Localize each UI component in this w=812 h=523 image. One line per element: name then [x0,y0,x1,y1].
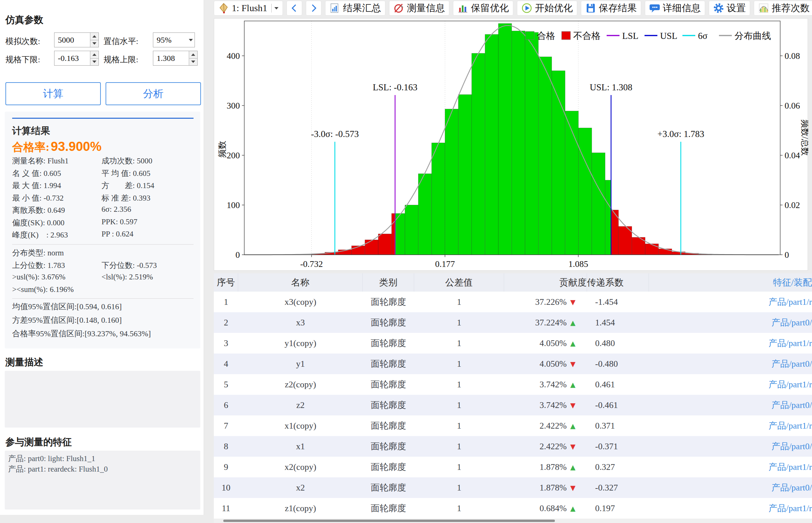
histogram-bar [592,153,605,255]
features-box: 产品: part0: light: Flush1_1产品: part1: rea… [5,451,200,509]
feature-link[interactable]: 产品/part1/r [649,374,812,395]
histogram-bar [432,143,445,255]
row-index: 1 [214,292,238,312]
stat-row: ><sum(%): 6.196% [12,285,195,298]
histogram-chart: LSL: -0.163USL: 1.308-3.0σ: -0.573+3.0σ:… [214,18,808,271]
stat-row: 离散系数: 0.6496σ: 2.356 [12,205,195,218]
table-row[interactable]: 5z2(copy)面轮廓度13.742%▲0.461产品/part1/r [214,374,812,395]
column-header[interactable]: 公差值 [414,273,504,292]
recommend-count-button[interactable]: 推荐次数 [754,1,812,16]
column-header[interactable]: 传递系数 [587,273,649,292]
y-axis-label: 频数 [218,141,227,158]
kite-icon [218,3,229,14]
histogram-bar [565,111,578,255]
prev-button[interactable] [287,1,302,16]
analyze-button[interactable]: 分析 [106,82,201,105]
svg-text:0.177: 0.177 [435,259,455,269]
column-header[interactable]: 类别 [363,273,414,292]
toolbar: 1: Flush1结果汇总测量信息保留优化开始优化保存结果详细信息设置推荐次数 [214,0,812,16]
table-row[interactable]: 1x3(copy)面轮廓度137.226%▼-1.454产品/part1/r [214,292,812,312]
stat-row: 偏度(SK): 0.000PPK: 0.597 [12,218,195,230]
table-row[interactable]: 8x1面轮廓度12.422%▼-0.371产品/part0/ [214,436,812,457]
histogram-bar [365,240,378,255]
confidence-select[interactable]: 95% [153,33,195,47]
tolerance-name: x2(copy) [238,457,363,477]
sim-count-input[interactable]: 5000 [54,33,99,47]
feature-link[interactable]: 产品/part0/ [649,395,812,415]
lsl-spinner[interactable] [90,51,98,65]
feature-link[interactable]: 产品/part1/r [649,292,812,312]
stat-row: >usl(%): 3.676%<lsl(%): 2.519% [12,273,195,285]
stat-row: 名 义 值: 0.605平 均 值: 0.605 [12,168,195,181]
keep-optimization-button[interactable]: 保留优化 [453,1,513,16]
description-title: 测量描述 [5,356,43,369]
contribution: 0.684%▲ [504,498,587,519]
measure-info-button[interactable]: 测量信息 [389,1,449,16]
next-button[interactable] [306,1,321,16]
start-optimization-button[interactable]: 开始优化 [517,1,577,16]
feature-link[interactable]: 产品/part0/ [649,312,812,333]
feature-item: 产品: part0: light: Flush1_1 [5,453,200,464]
category: 面轮廓度 [363,436,414,457]
toolbar-label: 推荐次数 [772,2,810,15]
legend-swatch [525,32,534,40]
table-row[interactable]: 4y1面轮廓度14.050%▼-0.480产品/part0/ [214,354,812,374]
arrow-down-icon: ▼ [571,443,576,451]
feature-link[interactable]: 产品/part0/ [649,354,812,374]
table-row[interactable]: 3y1(copy)面轮廓度14.050%▲0.480产品/part1/r [214,333,812,354]
contribution: 1.878%▲ [504,457,587,477]
lsl-input[interactable]: -0.163 [54,51,99,66]
legend-label: 分布曲线 [735,31,771,41]
horizontal-scrollbar[interactable] [214,519,812,523]
table-row[interactable]: 9x2(copy)面轮廓度11.878%▲0.327产品/part1/r [214,457,812,477]
feature-link[interactable]: 产品/part1/r [649,457,812,477]
histogram-bar [525,33,538,255]
transfer-coefficient: 0.461 [587,374,649,395]
save-results-button[interactable]: 保存结果 [581,1,641,16]
measurement-description-box[interactable] [5,371,200,428]
feature-link[interactable]: 产品/part1/r [649,415,812,436]
table-row[interactable]: 11z1(copy)面轮廓度10.684%▲0.197产品/part1/r [214,498,812,519]
usl-spinner[interactable] [189,51,197,65]
column-header[interactable]: 序号 [214,273,238,292]
measurement-selector[interactable]: 1: Flush1 [214,1,283,16]
transfer-coefficient: -1.454 [587,292,649,312]
legend-label: 6σ [698,31,708,41]
save-icon [585,3,596,14]
feature-link[interactable]: 产品/part1/r [649,333,812,354]
toolbar-label: 详细信息 [663,2,701,15]
table-row[interactable]: 10x2面轮廓度11.878%▼-0.327产品/part0/ [214,477,812,498]
tolerance-name: x1(copy) [238,415,363,436]
usl-input[interactable]: 1.308 [153,51,198,66]
limit-label: +3.0σ: 1.783 [657,129,704,139]
sim-count-spinner[interactable] [90,33,98,47]
category: 面轮廓度 [363,415,414,436]
category: 面轮廓度 [363,292,414,312]
result-summary-button[interactable]: 结果汇总 [325,1,385,16]
calculate-button[interactable]: 计算 [5,82,101,105]
table-row[interactable]: 2x3面轮廓度137.224%▲1.454产品/part0/ [214,312,812,333]
feature-link[interactable]: 产品/part0/ [649,477,812,498]
contribution-table: 序号名称类别公差值贡献度传递系数特征/装配1x3(copy)面轮廓度137.22… [214,273,812,519]
feature-link[interactable]: 产品/part1/r [649,498,812,519]
transfer-coefficient: -0.327 [587,477,649,498]
settings-button[interactable]: 设置 [709,1,750,16]
limit-label: -3.0σ: -0.573 [311,129,359,139]
table-row[interactable]: 7x1(copy)面轮廓度12.422%▲0.371产品/part1/r [214,415,812,436]
scrollbar-thumb[interactable] [223,520,555,522]
contribution: 2.422%▼ [504,436,587,457]
histogram-bar [405,205,418,255]
table-row[interactable]: 6z2面轮廓度13.742%▼-0.461产品/part0/ [214,395,812,415]
tolerance-name: x3(copy) [238,292,363,312]
column-header[interactable]: 名称 [238,273,363,292]
histogram-bar [392,214,395,255]
tolerance-name: x3 [238,312,363,333]
toolbar-label: 结果汇总 [343,2,381,15]
row-index: 9 [214,457,238,477]
play-icon [521,3,532,14]
column-header[interactable]: 特征/装配 [649,273,812,292]
feature-link[interactable]: 产品/part0/ [649,436,812,457]
tolerance-name: y1(copy) [238,333,363,354]
column-header[interactable]: 贡献度 [504,273,587,292]
details-button[interactable]: 详细信息 [645,1,705,16]
